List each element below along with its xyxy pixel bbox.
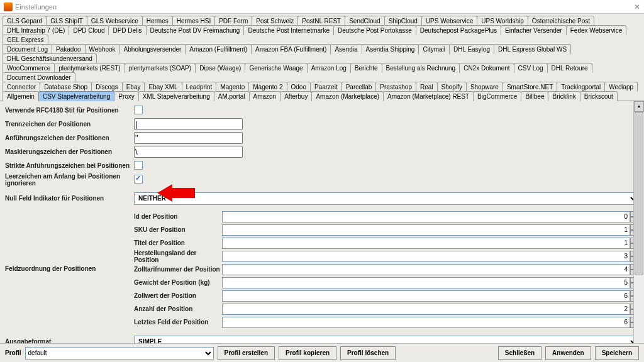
tab-amazon-marketplace-rest[interactable]: Amazon (Marketplace) REST	[383, 91, 474, 101]
tab-parcellab[interactable]: Parcellab	[341, 82, 377, 92]
tab-dhl-retoure[interactable]: DHL Retoure	[547, 63, 592, 73]
tab-webhook[interactable]: Webhook	[85, 44, 120, 54]
input-escape[interactable]	[134, 146, 243, 158]
tab-csv-log[interactable]: CSV Log	[514, 63, 548, 73]
tab-citymail[interactable]: Citymail	[418, 44, 450, 54]
tab-smartstore-net[interactable]: SmartStore.NET	[502, 82, 557, 92]
tab-cn2x-dokument[interactable]: CN2x Dokument	[459, 63, 514, 73]
tab-am-portal[interactable]: AM.portal	[214, 91, 250, 101]
tab-billbee[interactable]: Billbee	[521, 91, 548, 101]
checkbox-ignore-ws[interactable]	[134, 175, 143, 184]
tab-brickscout[interactable]: Brickscout	[580, 91, 618, 101]
fieldmap-value-input[interactable]	[222, 224, 630, 236]
tab-amazon[interactable]: Amazon	[249, 91, 281, 101]
tab-plentymarkets-soap-[interactable]: plentymarkets (SOAP)	[125, 63, 196, 73]
scroll-thumb[interactable]	[635, 112, 643, 275]
tab-deutsche-post-dv-freimachung[interactable]: Deutsche Post DV Freimachung	[146, 25, 245, 35]
save-button[interactable]: Speichern	[595, 346, 639, 360]
tab-generische-waage[interactable]: Generische Waage	[245, 63, 307, 73]
tab-dpd-cloud[interactable]: DPD Cloud	[69, 25, 109, 35]
tab-csv-stapelverarbeitung[interactable]: CSV Stapelverarbeitung	[38, 91, 114, 101]
delete-profile-button[interactable]: Profil löschen	[340, 346, 396, 360]
tab-document-log[interactable]: Document Log	[3, 44, 52, 54]
input-separator[interactable]	[134, 118, 243, 130]
tab-asendia-shipping[interactable]: Asendia Shipping	[362, 44, 419, 54]
tab-fedex-webservice[interactable]: Fedex Webservice	[566, 25, 627, 35]
checkbox-strict-quote[interactable]	[134, 161, 143, 170]
fieldmap-value-input[interactable]	[222, 277, 630, 288]
tab-real[interactable]: Real	[416, 82, 438, 92]
tab-ups-worldship[interactable]: UPS Worldship	[477, 16, 528, 26]
tab-gel-express[interactable]: GEL Express	[3, 35, 48, 45]
tab-database-shop[interactable]: Database Shop	[40, 82, 92, 92]
tab-pakadoo[interactable]: Pakadoo	[52, 44, 85, 54]
tab-dpd-delis[interactable]: DPD Delis	[108, 25, 146, 35]
tab-hermes[interactable]: Hermes	[142, 16, 173, 26]
tab-dhl-easylog[interactable]: DHL Easylog	[449, 44, 494, 54]
tab-amazon-fba-fulfillment-[interactable]: Amazon FBA (Fulfillment)	[251, 44, 331, 54]
tab-ebay-xml[interactable]: Ebay XML	[144, 82, 182, 92]
tab-xml-stapelverarbeitung[interactable]: XML Stapelverarbeitung	[138, 91, 214, 101]
tab-ebay[interactable]: Ebay	[122, 82, 145, 92]
tab-amazon-log[interactable]: Amazon Log	[307, 63, 351, 73]
tab-deutsche-post-internetmarke[interactable]: Deutsche Post Internetmarke	[243, 25, 334, 35]
tab-hermes-hsi[interactable]: Hermes HSI	[172, 16, 215, 26]
tab-postnl-rest[interactable]: PostNL REST	[297, 16, 345, 26]
tab-proxy[interactable]: Proxy	[114, 91, 139, 101]
fieldmap-value-input[interactable]	[222, 304, 630, 315]
tab-magento[interactable]: Magento	[216, 82, 249, 92]
checkbox-use-rfc4180[interactable]	[134, 106, 143, 114]
tab-shopware[interactable]: Shopware	[466, 82, 503, 92]
tab-bigcommerce[interactable]: BigCommerce	[473, 91, 521, 101]
copy-profile-button[interactable]: Profil kopieren	[279, 346, 336, 360]
close-icon[interactable]: ✕	[634, 3, 640, 11]
tab-berichte[interactable]: Berichte	[350, 63, 382, 73]
tab-leadprint[interactable]: Leadprint	[182, 82, 217, 92]
tab-discogs[interactable]: Discogs	[91, 82, 123, 92]
tab-odoo[interactable]: Odoo	[287, 82, 311, 92]
tab-weclapp[interactable]: Weclapp	[604, 82, 638, 92]
tab-trackingportal[interactable]: Trackingportal	[557, 82, 605, 92]
tab-gls-shipit[interactable]: GLS ShipIT	[46, 16, 87, 26]
tab-woocommerce[interactable]: WooCommerce	[3, 63, 55, 73]
tab-shopify[interactable]: Shopify	[437, 82, 467, 92]
tab-bestellung-als-rechnung[interactable]: Bestellung als Rechnung	[382, 63, 460, 73]
tab-afterbuy[interactable]: Afterbuy	[280, 91, 312, 101]
tab-amazon-marketplace-[interactable]: Amazon (Marketplace)	[311, 91, 384, 101]
tab-dipse-waage-[interactable]: Dipse (Waage)	[195, 63, 245, 73]
tab-einfacher-versender[interactable]: Einfacher Versender	[501, 25, 567, 35]
tab-dhl-gesch-ftskundenversand[interactable]: DHL Geschäftskundenversand	[3, 53, 97, 63]
select-profile[interactable]: default	[25, 347, 214, 359]
fieldmap-value-input[interactable]	[222, 317, 630, 328]
vertical-scrollbar[interactable]: ▴ ▾	[633, 101, 644, 362]
tab-allgemein[interactable]: Allgemein	[3, 91, 39, 101]
tab-abholungsversender[interactable]: Abholungsversender	[119, 44, 186, 54]
fieldmap-value-input[interactable]	[222, 238, 630, 249]
close-button[interactable]: Schließen	[498, 346, 541, 360]
tab-deutschepost-packageplus[interactable]: Deutschepost PackagePlus	[416, 25, 501, 35]
tab-deutsche-post-portokasse[interactable]: Deutsche Post Portokasse	[333, 25, 416, 35]
input-quote[interactable]	[134, 132, 243, 144]
fieldmap-value-input[interactable]	[222, 290, 630, 302]
tab-asendia[interactable]: Asendia	[330, 44, 362, 54]
tab-gls-webservice[interactable]: GLS Webservice	[87, 16, 143, 26]
tab--sterreichische-post[interactable]: Österreichische Post	[528, 16, 594, 26]
tab-ups-webservice[interactable]: UPS Webservice	[421, 16, 477, 26]
create-profile-button[interactable]: Profil erstellen	[218, 346, 275, 360]
tab-magento-2[interactable]: Magento 2	[248, 82, 287, 92]
tab-paarzeit[interactable]: Paarzeit	[310, 82, 342, 92]
tab-shipcloud[interactable]: ShipCloud	[384, 16, 422, 26]
tab-amazon-fulfillment-[interactable]: Amazon (Fulfillment)	[185, 44, 252, 54]
tab-document-downloader[interactable]: Document Downloader	[3, 72, 75, 82]
scroll-up-icon[interactable]: ▴	[634, 101, 644, 112]
tab-post-schweiz[interactable]: Post Schweiz	[252, 16, 298, 26]
tab-gls-gepard[interactable]: GLS Gepard	[3, 16, 47, 26]
select-null-indicator[interactable]: NEITHER	[134, 192, 639, 205]
tab-bricklink[interactable]: Bricklink	[548, 91, 580, 101]
tab-dhl-express-global-ws[interactable]: DHL Express Global WS	[494, 44, 571, 54]
tab-connector[interactable]: Connector	[3, 82, 40, 92]
fieldmap-value-input[interactable]	[222, 211, 630, 222]
tab-prestashop[interactable]: Prestashop	[375, 82, 416, 92]
tab-dhl-intraship-7-de-[interactable]: DHL Intraship 7 (DE)	[3, 25, 69, 35]
tab-plentymarkets-rest-[interactable]: plentymarkets (REST)	[54, 63, 125, 73]
